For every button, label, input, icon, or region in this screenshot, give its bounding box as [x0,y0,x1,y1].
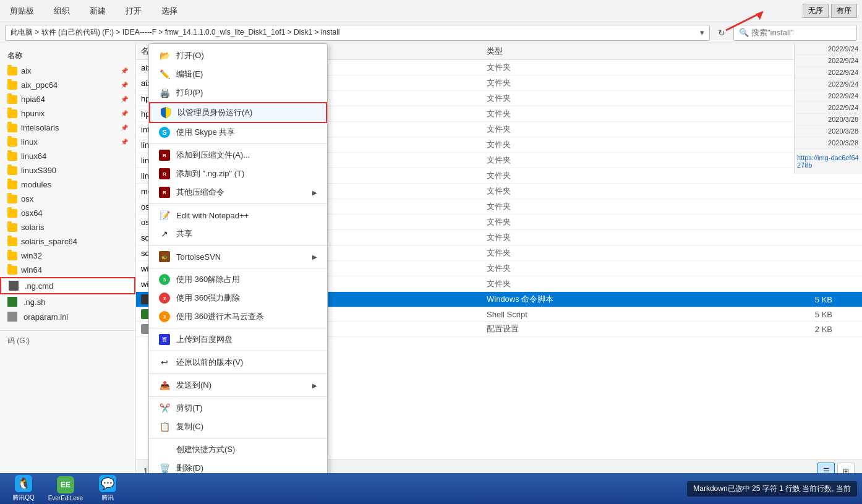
ctx-360-kill[interactable]: 3 使用 360进行木马云查杀 [149,307,327,326]
sidebar-item-osx64[interactable]: osx64 [0,206,135,220]
folder-icon [7,237,17,246]
ctx-360-unlock[interactable]: 3 使用 360解除占用 [149,270,327,289]
ctx-send-to[interactable]: 📤 发送到(N) ▶ [149,376,327,395]
open-icon: 📂 [159,50,170,61]
ctx-label: 剪切(T) [176,403,317,414]
ctx-cut[interactable]: ✂️ 剪切(T) [149,399,327,417]
sidebar: 名称 aix 📌 aix_ppc64 📌 hpia64 📌 hpunix 📌 i… [0,43,136,482]
view-order-btn[interactable]: 有序 [831,4,857,18]
sidebar-item-label: solaris [21,223,45,232]
ctx-edit-notepad[interactable]: 📝 Edit with Notepad++ [149,206,327,224]
sidebar-item-ng-sh[interactable]: .ng.sh [0,294,135,309]
360-icon: 3 [159,274,170,285]
tencent-icon: 💬 [99,475,116,492]
sidebar-item-win64[interactable]: win64 [0,263,135,277]
ctx-360-delete[interactable]: 3 使用 360强力删除 [149,289,327,307]
folder-icon [7,152,17,161]
sidebar-item-label: linuxS390 [21,166,56,175]
taskbar-tencent[interactable]: 💬 腾讯 [89,475,126,502]
ctx-print[interactable]: 🖨️ 打印(P) [149,83,327,102]
ctx-label: 使用 360进行木马云查杀 [176,311,317,322]
sidebar-item-aix[interactable]: aix 📌 [0,64,135,78]
sidebar-item-intelsolaris[interactable]: intelsolaris 📌 [0,121,135,135]
file-type: 配置设置 [487,323,660,335]
sidebar-column-header: 名称 [0,48,135,64]
ctx-label: 复制(C) [176,421,317,432]
sidebar-item-hpunix[interactable]: hpunix 📌 [0,106,135,121]
view-no-order-btn[interactable]: 无序 [803,4,829,18]
pin-icon: 📌 [121,110,128,117]
ctx-run-admin[interactable]: 以管理员身份运行(A) [149,102,327,123]
file-type: 文件夹 [487,170,660,181]
toolbar-new[interactable]: 新建 [85,4,111,18]
sidebar-item-modules[interactable]: modules [0,177,135,192]
ctx-restore[interactable]: ↩ 还原以前的版本(V) [149,353,327,372]
rar-icon: R [159,187,170,198]
ctx-label: 打印(P) [176,87,317,98]
breadcrumb[interactable]: 此电脑 > 软件 (自己的代码) (F:) > IDEA-----F > fmw… [5,25,710,41]
toolbar-clipboard[interactable]: 剪贴板 [5,4,39,18]
breadcrumb-text: 此电脑 > 软件 (自己的代码) (F:) > IDEA-----F > fmw… [11,27,339,38]
ctx-edit[interactable]: ✏️ 编辑(E) [149,65,327,83]
separator [149,374,327,374]
taskbar-qq[interactable]: 🐧 腾讯QQ [5,475,42,502]
ctx-add-ngzip[interactable]: R 添加到 ".ng.zip" (T) [149,164,327,183]
sh-file-icon [7,297,17,307]
sidebar-item-aix-ppc64[interactable]: aix_ppc64 📌 [0,78,135,92]
chevron-down-icon[interactable]: ▾ [700,28,704,37]
ctx-baidu-upload[interactable]: 百 上传到百度网盘 [149,330,327,349]
pin-icon: 📌 [121,82,128,88]
file-type: 文件夹 [487,155,660,166]
sidebar-item-solaris[interactable]: solaris [0,220,135,234]
ctx-label: 删除(D) [176,463,317,474]
360-icon: 3 [159,311,170,322]
sidebar-item-win32[interactable]: win32 [0,249,135,263]
qq-icon: 🐧 [15,475,32,492]
folder-icon [7,266,17,275]
toolbar-open[interactable]: 打开 [121,4,147,18]
context-menu: 📂 打开(O) ✏️ 编辑(E) 🖨️ 打印(P) 以管理员身份运行(A) S … [148,43,328,504]
sidebar-item-hpia64[interactable]: hpia64 📌 [0,92,135,106]
folder-icon [7,109,17,118]
folder-icon [7,252,17,260]
ini-file-icon [7,312,17,322]
cmd-file-icon [9,281,19,291]
folder-icon [7,95,17,104]
everedit-icon: EE [57,476,74,493]
baidu-icon: 百 [159,334,170,345]
sidebar-item-label: aix [21,66,32,75]
ctx-skype-share[interactable]: S 使用 Skype 共享 [149,123,327,142]
ctx-add-zip[interactable]: R 添加到压缩文件(A)... [149,146,327,164]
sidebar-item-linux[interactable]: linux 📌 [0,135,135,149]
folder-icon [7,81,17,90]
pin-icon: 📌 [121,96,128,103]
toolbar-organize[interactable]: 组织 [49,4,75,18]
arrow-icon: ▶ [312,189,317,196]
sidebar-item-linuxS390[interactable]: linuxS390 [0,163,135,177]
copy-icon: 📋 [159,421,170,432]
main-area: 名称 aix 📌 aix_ppc64 📌 hpia64 📌 hpunix 📌 i… [0,43,862,482]
sidebar-item-linux64[interactable]: linux64 [0,149,135,163]
restore-icon: ↩ [159,357,170,368]
ctx-tortoisesvn[interactable]: 🐢 TortoiseSVN ▶ [149,247,327,266]
sidebar-item-ng-cmd[interactable]: .ng.cmd [0,277,135,294]
ctx-open[interactable]: 📂 打开(O) [149,46,327,65]
col-header-type[interactable]: 类型 [487,46,660,57]
folder-icon [7,166,17,175]
pin-icon: 📌 [121,139,128,145]
sidebar-item-oraparam-ini[interactable]: oraparam.ini [0,309,135,324]
sidebar-item-osx[interactable]: osx [0,192,135,206]
ctx-label: 上传到百度网盘 [176,334,317,345]
file-size: 5 KB [660,295,858,304]
file-type: Shell Script [487,310,660,319]
ctx-other-compress[interactable]: R 其他压缩命令 ▶ [149,183,327,202]
file-type: 文件夹 [487,186,660,197]
taskbar-everedit[interactable]: EE EverEdit.exe [47,475,84,502]
toolbar-select[interactable]: 选择 [156,4,182,18]
ctx-create-shortcut[interactable]: 创建快捷方式(S) [149,440,327,459]
sidebar-item-label: osx64 [21,208,43,218]
sidebar-item-solaris-sparc64[interactable]: solaris_sparc64 [0,234,135,249]
ctx-share[interactable]: ↗ 共享 [149,224,327,243]
date-entry: 2022/9/24 [795,55,862,67]
ctx-copy[interactable]: 📋 复制(C) [149,417,327,436]
